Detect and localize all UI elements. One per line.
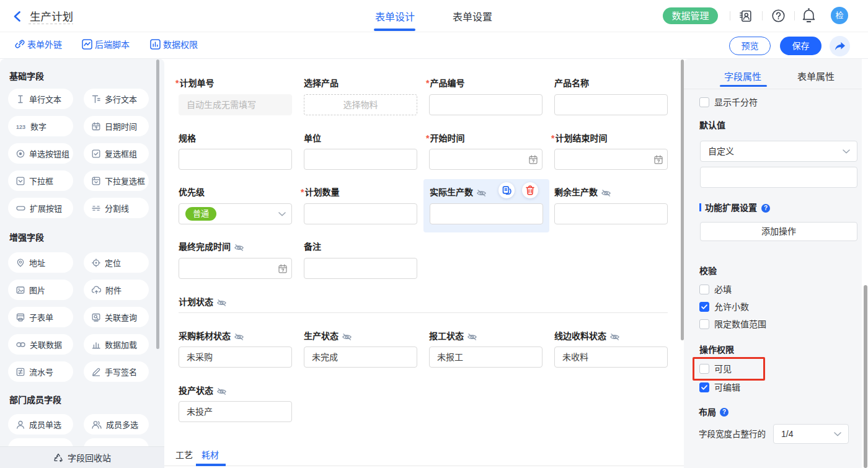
svg-text:123: 123 [16,124,25,130]
